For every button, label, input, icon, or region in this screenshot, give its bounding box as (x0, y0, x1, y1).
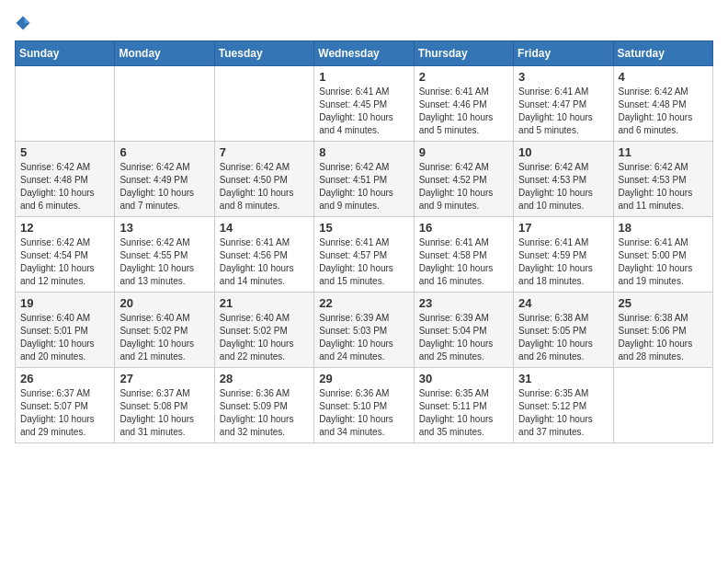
cell-line: and 6 minutes. (20, 200, 109, 213)
cell-line: and 16 minutes. (419, 275, 508, 288)
calendar-cell: 3Sunrise: 6:41 AMSunset: 4:47 PMDaylight… (514, 66, 613, 142)
cell-line: and 14 minutes. (220, 275, 309, 288)
cell-line: and 10 minutes. (518, 200, 608, 213)
cell-line: and 37 minutes. (518, 426, 608, 439)
calendar-cell: 14Sunrise: 6:41 AMSunset: 4:56 PMDayligh… (214, 217, 313, 293)
cell-line: Sunrise: 6:41 AM (619, 236, 708, 249)
cell-line: and 29 minutes. (20, 426, 109, 439)
cell-line: and 35 minutes. (419, 426, 508, 439)
cell-line: Daylight: 10 hours (518, 338, 608, 350)
day-number: 25 (619, 296, 708, 310)
day-number: 29 (319, 372, 408, 385)
cell-line: Sunset: 4:51 PM (319, 174, 408, 187)
calendar-cell: 25Sunrise: 6:38 AMSunset: 5:06 PMDayligh… (613, 293, 712, 368)
day-number: 1 (319, 70, 408, 84)
cell-line: and 18 minutes. (518, 275, 608, 288)
svg-marker-1 (25, 17, 30, 23)
day-number: 23 (419, 296, 508, 310)
cell-line: Daylight: 10 hours (20, 338, 109, 350)
cell-line: Daylight: 10 hours (518, 187, 608, 200)
cell-line: Sunset: 5:11 PM (419, 400, 508, 413)
cell-line: Daylight: 10 hours (518, 111, 608, 124)
calendar-cell: 8Sunrise: 6:42 AMSunset: 4:51 PMDaylight… (314, 142, 414, 217)
week-row-2: 5Sunrise: 6:42 AMSunset: 4:48 PMDaylight… (16, 142, 713, 217)
cell-line: and 24 minutes. (319, 350, 408, 363)
cell-line: Sunrise: 6:37 AM (20, 387, 109, 400)
cell-line: Daylight: 10 hours (518, 262, 608, 275)
calendar-cell: 19Sunrise: 6:40 AMSunset: 5:01 PMDayligh… (16, 293, 115, 368)
cell-line: Sunrise: 6:42 AM (419, 161, 508, 174)
cell-line: Daylight: 10 hours (319, 187, 408, 200)
logo (15, 15, 33, 31)
cell-line: and 5 minutes. (518, 124, 608, 137)
cell-line: Sunrise: 6:36 AM (220, 387, 309, 400)
cell-line: Sunset: 4:53 PM (518, 174, 608, 187)
cell-line: Daylight: 10 hours (319, 111, 408, 124)
calendar-cell: 20Sunrise: 6:40 AMSunset: 5:02 PMDayligh… (115, 293, 214, 368)
cell-line: Sunrise: 6:40 AM (119, 312, 209, 325)
day-number: 12 (20, 221, 109, 235)
cell-line: Sunset: 4:54 PM (20, 249, 109, 262)
day-number: 2 (419, 70, 508, 84)
cell-line: Daylight: 10 hours (319, 338, 408, 350)
cell-line: Daylight: 10 hours (319, 413, 408, 426)
cell-line: Sunrise: 6:41 AM (419, 236, 508, 249)
calendar-cell: 7Sunrise: 6:42 AMSunset: 4:50 PMDaylight… (214, 142, 313, 217)
cell-line: Daylight: 10 hours (20, 262, 109, 275)
header-day-tuesday: Tuesday (214, 41, 313, 66)
cell-line: and 28 minutes. (619, 350, 708, 363)
week-row-4: 19Sunrise: 6:40 AMSunset: 5:01 PMDayligh… (16, 293, 713, 368)
cell-line: Daylight: 10 hours (119, 262, 209, 275)
cell-line: Sunrise: 6:36 AM (319, 387, 408, 400)
cell-line: Daylight: 10 hours (119, 413, 209, 426)
cell-line: Sunrise: 6:35 AM (518, 387, 608, 400)
cell-line: Sunset: 4:46 PM (419, 98, 508, 111)
day-number: 24 (518, 296, 608, 310)
cell-line: Sunrise: 6:41 AM (220, 236, 309, 249)
calendar-cell: 4Sunrise: 6:42 AMSunset: 4:48 PMDaylight… (613, 66, 712, 142)
cell-line: Sunset: 4:56 PM (220, 249, 309, 262)
cell-line: Sunrise: 6:42 AM (20, 161, 109, 174)
day-number: 26 (20, 372, 109, 385)
cell-line: and 26 minutes. (518, 350, 608, 363)
cell-line: Sunset: 5:04 PM (419, 325, 508, 338)
calendar-table: SundayMondayTuesdayWednesdayThursdayFrid… (15, 40, 713, 443)
cell-line: and 13 minutes. (119, 275, 209, 288)
cell-line: Daylight: 10 hours (220, 262, 309, 275)
calendar-cell: 27Sunrise: 6:37 AMSunset: 5:08 PMDayligh… (115, 368, 214, 443)
day-number: 7 (220, 145, 309, 159)
cell-line: and 12 minutes. (20, 275, 109, 288)
calendar-cell: 22Sunrise: 6:39 AMSunset: 5:03 PMDayligh… (314, 293, 414, 368)
cell-line: Sunset: 5:05 PM (518, 325, 608, 338)
calendar-cell: 31Sunrise: 6:35 AMSunset: 5:12 PMDayligh… (514, 368, 613, 443)
cell-line: Sunset: 4:52 PM (419, 174, 508, 187)
day-number: 3 (518, 70, 608, 84)
cell-line: Sunset: 5:07 PM (20, 400, 109, 413)
header-day-thursday: Thursday (414, 41, 513, 66)
calendar-cell: 15Sunrise: 6:41 AMSunset: 4:57 PMDayligh… (314, 217, 414, 293)
day-number: 28 (220, 372, 309, 385)
cell-line: Sunset: 5:00 PM (619, 249, 708, 262)
cell-line: and 7 minutes. (119, 200, 209, 213)
cell-line: Sunset: 4:50 PM (220, 174, 309, 187)
cell-line: Daylight: 10 hours (518, 413, 608, 426)
calendar-cell (16, 66, 115, 142)
cell-line: Sunrise: 6:35 AM (419, 387, 508, 400)
cell-line: Sunrise: 6:39 AM (319, 312, 408, 325)
cell-line: Sunrise: 6:39 AM (419, 312, 508, 325)
calendar-cell: 30Sunrise: 6:35 AMSunset: 5:11 PMDayligh… (414, 368, 513, 443)
cell-line: and 11 minutes. (619, 200, 708, 213)
calendar-cell: 12Sunrise: 6:42 AMSunset: 4:54 PMDayligh… (16, 217, 115, 293)
cell-line: Sunset: 5:02 PM (119, 325, 209, 338)
cell-line: Daylight: 10 hours (319, 262, 408, 275)
day-number: 31 (518, 372, 608, 385)
cell-line: and 21 minutes. (119, 350, 209, 363)
cell-line: Sunset: 5:08 PM (119, 400, 209, 413)
cell-line: Daylight: 10 hours (20, 187, 109, 200)
header (15, 15, 713, 31)
cell-line: Sunrise: 6:38 AM (518, 312, 608, 325)
cell-line: and 31 minutes. (119, 426, 209, 439)
cell-line: and 6 minutes. (619, 124, 708, 137)
cell-line: Sunrise: 6:41 AM (518, 86, 608, 98)
calendar-cell: 16Sunrise: 6:41 AMSunset: 4:58 PMDayligh… (414, 217, 513, 293)
